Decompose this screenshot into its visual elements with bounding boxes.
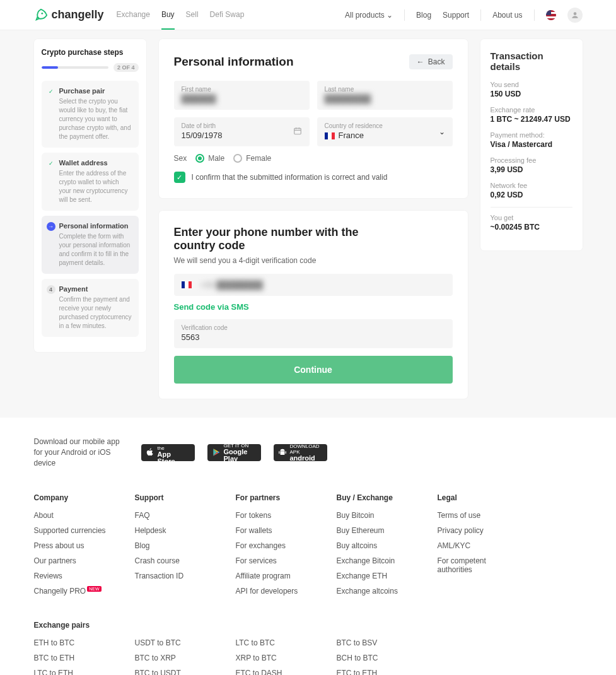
nav-sell[interactable]: Sell xyxy=(186,1,199,30)
footer-link[interactable]: Supported currencies xyxy=(34,526,116,535)
footer-link[interactable]: ETH to BTC xyxy=(34,638,116,647)
footer-link[interactable]: For wallets xyxy=(236,526,318,535)
main-nav: Exchange Buy Sell Defi Swap xyxy=(117,1,245,30)
radio-male[interactable]: Male xyxy=(195,154,224,163)
logo[interactable]: changelly xyxy=(34,8,104,22)
details-heading: Transaction details xyxy=(491,50,572,72)
chevron-down-icon: ⌄ xyxy=(386,11,393,20)
chevron-down-icon: ⌄ xyxy=(439,127,445,136)
new-badge: NEW xyxy=(87,586,101,592)
verification-code-field[interactable]: Verification code 5563 xyxy=(174,319,453,348)
footer-link[interactable]: USDT to BTC xyxy=(135,638,217,647)
footer-link[interactable]: Terms of use xyxy=(438,511,520,520)
footer-link[interactable]: Crash course xyxy=(135,556,217,565)
googleplay-button[interactable]: GET IT ONGoogle Play xyxy=(207,444,261,461)
user-avatar[interactable] xyxy=(567,8,583,23)
nav-about[interactable]: About us xyxy=(492,11,522,20)
apple-icon xyxy=(146,448,154,457)
footer-link[interactable]: BTC to XRP xyxy=(135,654,217,662)
footer-link[interactable]: API for developers xyxy=(236,587,318,596)
last-name-field[interactable]: Last name ████████ xyxy=(317,81,453,110)
nav-exchange[interactable]: Exchange xyxy=(117,1,150,30)
appstore-button[interactable]: Download on theApp Store xyxy=(141,444,195,461)
footer-link[interactable]: BTC to BSV xyxy=(337,638,419,647)
step-payment: 4 Payment Confirm the payment and receiv… xyxy=(42,279,139,337)
footer-link[interactable]: BCH to BTC xyxy=(337,654,419,662)
back-button[interactable]: ← Back xyxy=(409,54,453,69)
first-name-field[interactable]: First name ██████ xyxy=(174,81,310,110)
phone-number-field[interactable]: +33 ████████ xyxy=(174,274,453,296)
android-apk-button[interactable]: DOWNLOAD APKandroid xyxy=(274,444,327,461)
footer-link[interactable]: Press about us xyxy=(34,541,116,550)
step-wallet-address: ✓ Wallet address Enter the address of th… xyxy=(42,153,139,211)
phone-form: Enter your phone number with the country… xyxy=(159,211,468,399)
googleplay-icon xyxy=(212,448,221,457)
footer-link[interactable]: Changelly PRONEW xyxy=(34,587,116,596)
footer-link[interactable]: About xyxy=(34,511,116,520)
footer-link[interactable]: For competent authorities xyxy=(438,556,520,574)
footer-link[interactable]: Exchange Bitcoin xyxy=(337,556,419,565)
footer-link[interactable]: Privacy policy xyxy=(438,526,520,535)
footer-link[interactable]: Transaction ID xyxy=(135,572,217,580)
footer-link[interactable]: Helpdesk xyxy=(135,526,217,535)
footer-link[interactable]: BTC to USDT xyxy=(135,669,217,675)
footer-link[interactable]: AML/KYC xyxy=(438,541,520,550)
footer-link[interactable]: For tokens xyxy=(236,511,318,520)
footer-link[interactable]: Exchange ETH xyxy=(337,572,419,580)
dob-field[interactable]: Date of birth 15/09/1978 xyxy=(174,117,310,146)
locale-flag-icon[interactable] xyxy=(546,10,556,20)
flag-fr-icon xyxy=(325,132,335,139)
check-icon: ✓ xyxy=(47,87,55,96)
footer-link[interactable]: XRP to BTC xyxy=(236,654,318,662)
country-field[interactable]: Country of residence France ⌄ xyxy=(317,117,453,146)
footer-link[interactable]: FAQ xyxy=(135,511,217,520)
sex-label: Sex xyxy=(174,154,187,163)
confirm-text: I confirm that the submitted information… xyxy=(192,173,388,182)
svg-point-0 xyxy=(41,12,43,14)
nav-support[interactable]: Support xyxy=(443,11,469,20)
radio-female[interactable]: Female xyxy=(233,154,271,163)
confirm-checkbox[interactable]: ✓ xyxy=(174,172,185,183)
download-text: Download our mobile app for your Android… xyxy=(34,437,129,468)
footer-col-partners: For partners For tokens For wallets For … xyxy=(236,493,318,602)
footer-link[interactable]: LTC to BTC xyxy=(236,638,318,647)
all-products-dropdown[interactable]: All products ⌄ xyxy=(345,11,393,20)
footer-link[interactable]: Buy altcoins xyxy=(337,541,419,550)
footer-link[interactable]: For exchanges xyxy=(236,541,318,550)
nav-buy[interactable]: Buy xyxy=(161,1,175,30)
arrow-left-icon: ← xyxy=(417,57,424,66)
footer-link[interactable]: LTC to ETH xyxy=(34,669,116,675)
footer-link[interactable]: Blog xyxy=(135,541,217,550)
person-icon xyxy=(571,11,579,20)
footer-link[interactable]: ETC to DASH xyxy=(236,669,318,675)
android-icon xyxy=(278,448,287,457)
footer-col-pairs-3: LTC to BTC XRP to BTC ETC to DASH xyxy=(236,621,318,675)
step-number: 4 xyxy=(47,285,55,294)
transaction-details: Transaction details You send150 USD Exch… xyxy=(480,39,583,250)
continue-button[interactable]: Continue xyxy=(174,356,453,384)
steps-sidebar: Crypto purchase steps 2 OF 4 ✓ Purchase … xyxy=(34,39,146,352)
footer-link[interactable]: Buy Ethereum xyxy=(337,526,419,535)
phone-heading: Enter your phone number with the country… xyxy=(174,226,369,252)
footer-col-company: Company About Supported currencies Press… xyxy=(34,493,116,602)
footer-link[interactable]: Reviews xyxy=(34,572,116,580)
send-sms-link[interactable]: Send code via SMS xyxy=(174,302,453,312)
arrow-right-icon: → xyxy=(47,222,55,231)
footer-link[interactable]: Our partners xyxy=(34,556,116,565)
footer-col-buyexchange: Buy / Exchange Buy Bitcoin Buy Ethereum … xyxy=(337,493,419,602)
svg-rect-2 xyxy=(294,128,301,134)
footer-link[interactable]: Exchange altcoins xyxy=(337,587,419,596)
nav-defiswap[interactable]: Defi Swap xyxy=(210,1,245,30)
personal-heading: Personal information xyxy=(174,55,294,69)
personal-info-form: Personal information ← Back First name █… xyxy=(159,39,468,198)
footer-link[interactable]: Buy Bitcoin xyxy=(337,511,419,520)
footer-col-pairs-2: USDT to BTC BTC to XRP BTC to USDT xyxy=(135,621,217,675)
footer: Download our mobile app for your Android… xyxy=(0,418,616,675)
nav-blog[interactable]: Blog xyxy=(416,11,431,20)
step-personal-info: → Personal information Complete the form… xyxy=(42,216,139,274)
footer-link[interactable]: For services xyxy=(236,556,318,565)
footer-link[interactable]: ETC to ETH xyxy=(337,669,419,675)
footer-link[interactable]: BTC to ETH xyxy=(34,654,116,662)
footer-link[interactable]: Affiliate program xyxy=(236,572,318,580)
step-purchase-pair: ✓ Purchase pair Select the crypto you wo… xyxy=(42,81,139,148)
